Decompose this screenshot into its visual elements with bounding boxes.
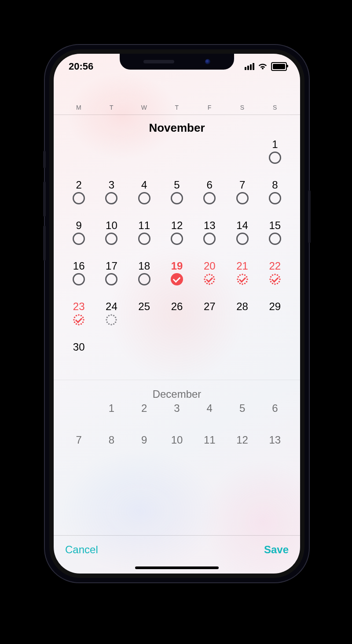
day-indicator-icon	[105, 192, 117, 204]
day-number: 1	[109, 403, 114, 414]
day-number: 4	[207, 403, 213, 414]
side-button	[308, 190, 311, 243]
calendar-day[interactable]: 28	[226, 301, 258, 331]
day-number: 8	[109, 435, 114, 445]
calendar-day[interactable]: 13	[193, 220, 226, 250]
svg-point-50	[113, 323, 115, 325]
calendar-day[interactable]: 29	[259, 301, 291, 331]
side-button	[43, 226, 46, 261]
weekday-label: T	[161, 104, 193, 111]
calendar-day[interactable]: 2	[62, 180, 95, 210]
calendar-day[interactable]: 22	[259, 261, 291, 291]
status-time: 20:56	[69, 61, 93, 72]
svg-point-58	[113, 315, 115, 317]
calendar-day[interactable]: 5	[226, 403, 258, 424]
day-number: 2	[76, 180, 81, 190]
svg-point-52	[108, 323, 110, 325]
day-number: 19	[171, 261, 183, 271]
calendar-day[interactable]: 4	[193, 403, 226, 424]
day-number: 14	[236, 220, 248, 231]
calendar-day[interactable]: 19	[161, 261, 193, 291]
calendar-day[interactable]: 24	[95, 301, 128, 331]
day-indicator-icon	[236, 192, 249, 204]
calendar-day[interactable]: 27	[193, 301, 226, 331]
svg-point-51	[111, 324, 113, 326]
day-indicator-icon	[171, 192, 183, 204]
day-number: 28	[236, 301, 248, 312]
cellular-icon	[245, 63, 254, 70]
home-indicator[interactable]	[135, 566, 219, 569]
calendar-day[interactable]: 11	[193, 435, 226, 456]
svg-point-57	[111, 314, 113, 316]
day-number: 17	[106, 261, 117, 271]
day-number: 16	[73, 261, 85, 271]
day-number: 10	[171, 435, 183, 445]
weekday-label: W	[128, 104, 161, 111]
calendar-day[interactable]: 3	[95, 180, 128, 210]
calendar-day[interactable]: 1	[95, 403, 128, 424]
calendar-day[interactable]: 6	[193, 180, 226, 210]
calendar-day[interactable]: 2	[128, 403, 161, 424]
camera-icon	[205, 59, 210, 64]
calendar-day[interactable]: 4	[128, 180, 161, 210]
day-number: 8	[272, 180, 278, 190]
calendar-day[interactable]: 9	[62, 220, 95, 250]
calendar-day[interactable]: 16	[62, 261, 95, 291]
calendar-day[interactable]: 18	[128, 261, 161, 291]
calendar-day[interactable]: 6	[259, 403, 291, 424]
calendar-day[interactable]: 12	[226, 435, 258, 456]
weekday-label: T	[95, 104, 128, 111]
calendar-day[interactable]: 14	[226, 220, 258, 250]
svg-point-56	[108, 315, 110, 317]
calendar-day[interactable]: 8	[95, 435, 128, 456]
calendar-day[interactable]: 15	[259, 220, 291, 250]
day-number: 15	[269, 220, 281, 231]
calendar-day[interactable]: 9	[128, 435, 161, 456]
calendar-day[interactable]: 13	[259, 435, 291, 456]
side-button	[43, 151, 46, 168]
calendar-day[interactable]: 26	[161, 301, 193, 331]
month-title: November	[62, 121, 291, 135]
svg-point-49	[115, 322, 117, 323]
calendar-day[interactable]: 7	[226, 180, 258, 210]
svg-point-53	[106, 322, 108, 323]
calendar-day[interactable]: 20	[193, 261, 226, 291]
calendar-day[interactable]: 10	[95, 220, 128, 250]
day-number: 30	[73, 342, 85, 352]
calendar-day[interactable]: 11	[128, 220, 161, 250]
day-number: 5	[174, 180, 180, 190]
calendar-day[interactable]: 5	[161, 180, 193, 210]
wifi-icon	[258, 63, 268, 70]
day-indicator-icon	[73, 273, 85, 285]
weekday-label: M	[62, 104, 95, 111]
day-number: 22	[269, 261, 281, 271]
calendar-day[interactable]: 8	[259, 180, 291, 210]
day-indicator-icon	[105, 314, 117, 326]
calendar-day[interactable]: 21	[226, 261, 258, 291]
day-indicator-icon	[236, 273, 249, 285]
day-indicator-icon	[105, 273, 117, 285]
calendar-day[interactable]: 25	[128, 301, 161, 331]
cancel-button[interactable]: Cancel	[65, 544, 98, 556]
calendar-day[interactable]: 17	[95, 261, 128, 291]
day-number: 7	[239, 180, 245, 190]
calendar-scroll[interactable]: MTWTFSS November 12345678910111213141516…	[54, 79, 300, 535]
day-indicator-icon	[138, 233, 150, 245]
calendar-day[interactable]: 23	[62, 301, 95, 331]
day-indicator-icon	[171, 233, 183, 245]
calendar-day[interactable]: 10	[161, 435, 193, 456]
calendar-day[interactable]: 30	[62, 342, 95, 372]
day-number: 11	[204, 435, 216, 445]
weekday-label: F	[193, 104, 226, 111]
calendar-day[interactable]: 3	[161, 403, 193, 424]
day-indicator-icon	[203, 273, 216, 285]
calendar-day[interactable]: 7	[62, 435, 95, 456]
save-button[interactable]: Save	[264, 544, 289, 556]
calendar-day[interactable]: 12	[161, 220, 193, 250]
month-december: December 12345678910111213	[54, 380, 300, 456]
svg-point-59	[115, 317, 117, 318]
calendar-day[interactable]: 1	[259, 139, 291, 169]
day-indicator-icon	[105, 233, 117, 245]
day-indicator-icon	[138, 273, 150, 285]
day-number: 13	[269, 435, 281, 445]
